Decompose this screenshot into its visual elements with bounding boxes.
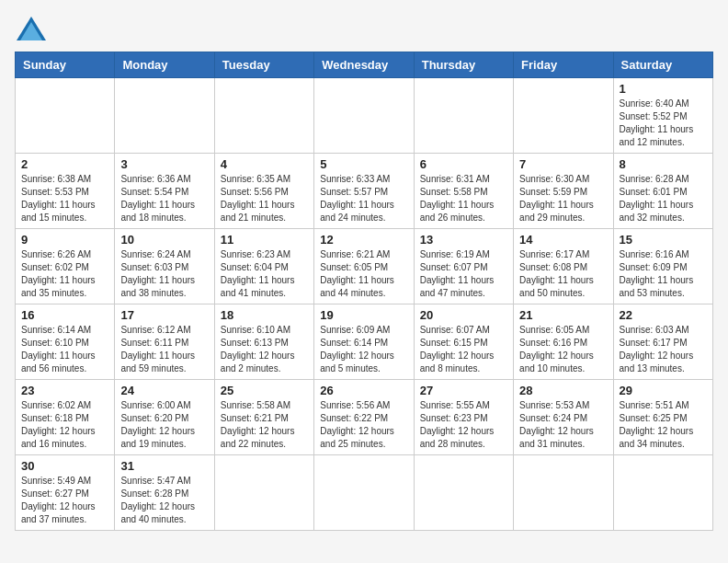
calendar-cell (314, 455, 414, 531)
calendar-cell (514, 455, 613, 531)
day-info: Sunrise: 5:55 AM Sunset: 6:23 PM Dayligh… (420, 399, 507, 451)
day-number: 22 (620, 308, 707, 322)
calendar-cell: 22Sunrise: 6:03 AM Sunset: 6:17 PM Dayli… (613, 304, 712, 380)
calendar-cell (115, 78, 214, 154)
calendar-cell: 23Sunrise: 6:02 AM Sunset: 6:18 PM Dayli… (16, 380, 115, 455)
calendar-week-4: 23Sunrise: 6:02 AM Sunset: 6:18 PM Dayli… (16, 380, 713, 455)
calendar-cell: 13Sunrise: 6:19 AM Sunset: 6:07 PM Dayli… (414, 229, 513, 304)
day-info: Sunrise: 6:05 AM Sunset: 6:16 PM Dayligh… (519, 324, 607, 375)
calendar-cell: 20Sunrise: 6:07 AM Sunset: 6:15 PM Dayli… (414, 304, 513, 380)
calendar-cell (16, 78, 115, 154)
day-number: 6 (420, 157, 507, 171)
calendar-cell (414, 455, 513, 531)
day-number: 29 (620, 384, 707, 397)
day-number: 1 (620, 82, 707, 96)
calendar-cell: 7Sunrise: 6:30 AM Sunset: 5:59 PM Daylig… (514, 154, 613, 229)
day-info: Sunrise: 6:40 AM Sunset: 5:52 PM Dayligh… (620, 98, 707, 149)
calendar-cell (214, 455, 313, 531)
day-info: Sunrise: 6:03 AM Sunset: 6:17 PM Dayligh… (620, 324, 707, 375)
calendar-cell: 18Sunrise: 6:10 AM Sunset: 6:13 PM Dayli… (214, 304, 313, 380)
day-number: 11 (221, 233, 308, 247)
calendar-cell: 19Sunrise: 6:09 AM Sunset: 6:14 PM Dayli… (314, 304, 414, 380)
calendar-week-2: 9Sunrise: 6:26 AM Sunset: 6:02 PM Daylig… (16, 229, 713, 304)
day-number: 23 (21, 384, 108, 397)
calendar-cell: 24Sunrise: 6:00 AM Sunset: 6:20 PM Dayli… (115, 380, 214, 455)
calendar-header-row: SundayMondayTuesdayWednesdayThursdayFrid… (16, 52, 713, 78)
calendar-week-3: 16Sunrise: 6:14 AM Sunset: 6:10 PM Dayli… (16, 304, 713, 380)
day-info: Sunrise: 6:00 AM Sunset: 6:20 PM Dayligh… (120, 399, 208, 451)
day-number: 7 (519, 157, 607, 171)
day-info: Sunrise: 6:35 AM Sunset: 5:56 PM Dayligh… (221, 173, 308, 224)
calendar-cell (314, 78, 414, 154)
day-number: 28 (519, 384, 607, 397)
day-number: 30 (21, 459, 108, 473)
day-number: 9 (21, 233, 108, 247)
calendar-cell: 16Sunrise: 6:14 AM Sunset: 6:10 PM Dayli… (16, 304, 115, 380)
calendar-cell: 8Sunrise: 6:28 AM Sunset: 6:01 PM Daylig… (613, 154, 712, 229)
calendar-cell: 15Sunrise: 6:16 AM Sunset: 6:09 PM Dayli… (613, 229, 712, 304)
day-number: 10 (120, 233, 208, 247)
calendar-cell: 9Sunrise: 6:26 AM Sunset: 6:02 PM Daylig… (16, 229, 115, 304)
day-info: Sunrise: 5:51 AM Sunset: 6:25 PM Dayligh… (620, 399, 707, 451)
day-header-thursday: Thursday (414, 52, 513, 78)
day-number: 3 (120, 157, 208, 171)
calendar-cell (613, 455, 712, 531)
day-header-sunday: Sunday (16, 52, 115, 78)
calendar-cell: 27Sunrise: 5:55 AM Sunset: 6:23 PM Dayli… (414, 380, 513, 455)
day-info: Sunrise: 6:14 AM Sunset: 6:10 PM Dayligh… (21, 324, 108, 375)
calendar-cell: 10Sunrise: 6:24 AM Sunset: 6:03 PM Dayli… (115, 229, 214, 304)
calendar-table: SundayMondayTuesdayWednesdayThursdayFrid… (15, 52, 713, 531)
day-number: 12 (320, 233, 407, 247)
day-number: 8 (620, 157, 707, 171)
calendar-cell: 1Sunrise: 6:40 AM Sunset: 5:52 PM Daylig… (613, 78, 712, 154)
calendar-cell: 21Sunrise: 6:05 AM Sunset: 6:16 PM Dayli… (514, 304, 613, 380)
calendar-cell (214, 78, 313, 154)
day-info: Sunrise: 6:38 AM Sunset: 5:53 PM Dayligh… (21, 173, 108, 224)
calendar-cell (414, 78, 513, 154)
day-info: Sunrise: 6:26 AM Sunset: 6:02 PM Dayligh… (21, 248, 108, 300)
day-number: 20 (420, 308, 507, 322)
day-number: 24 (120, 384, 208, 397)
calendar-cell: 25Sunrise: 5:58 AM Sunset: 6:21 PM Dayli… (214, 380, 313, 455)
calendar-cell: 3Sunrise: 6:36 AM Sunset: 5:54 PM Daylig… (115, 154, 214, 229)
day-info: Sunrise: 5:58 AM Sunset: 6:21 PM Dayligh… (221, 399, 308, 451)
day-info: Sunrise: 6:33 AM Sunset: 5:57 PM Dayligh… (320, 173, 407, 224)
calendar-week-5: 30Sunrise: 5:49 AM Sunset: 6:27 PM Dayli… (16, 455, 713, 531)
day-info: Sunrise: 6:30 AM Sunset: 5:59 PM Dayligh… (519, 173, 607, 224)
calendar-cell: 12Sunrise: 6:21 AM Sunset: 6:05 PM Dayli… (314, 229, 414, 304)
day-number: 15 (620, 233, 707, 247)
calendar-week-1: 2Sunrise: 6:38 AM Sunset: 5:53 PM Daylig… (16, 154, 713, 229)
day-info: Sunrise: 6:17 AM Sunset: 6:08 PM Dayligh… (519, 248, 607, 300)
day-info: Sunrise: 6:31 AM Sunset: 5:58 PM Dayligh… (420, 173, 507, 224)
day-number: 17 (120, 308, 208, 322)
day-header-friday: Friday (514, 52, 613, 78)
day-info: Sunrise: 6:28 AM Sunset: 6:01 PM Dayligh… (620, 173, 707, 224)
day-header-wednesday: Wednesday (314, 52, 414, 78)
day-number: 21 (519, 308, 607, 322)
calendar-cell: 28Sunrise: 5:53 AM Sunset: 6:24 PM Dayli… (514, 380, 613, 455)
day-number: 13 (420, 233, 507, 247)
calendar-cell: 14Sunrise: 6:17 AM Sunset: 6:08 PM Dayli… (514, 229, 613, 304)
calendar-cell: 30Sunrise: 5:49 AM Sunset: 6:27 PM Dayli… (16, 455, 115, 531)
day-info: Sunrise: 6:19 AM Sunset: 6:07 PM Dayligh… (420, 248, 507, 300)
day-info: Sunrise: 5:49 AM Sunset: 6:27 PM Dayligh… (21, 475, 108, 526)
day-info: Sunrise: 5:53 AM Sunset: 6:24 PM Dayligh… (519, 399, 607, 451)
day-header-saturday: Saturday (613, 52, 712, 78)
logo (15, 15, 51, 42)
day-number: 4 (221, 157, 308, 171)
calendar-cell: 31Sunrise: 5:47 AM Sunset: 6:28 PM Dayli… (115, 455, 214, 531)
day-number: 27 (420, 384, 507, 397)
calendar-cell: 6Sunrise: 6:31 AM Sunset: 5:58 PM Daylig… (414, 154, 513, 229)
calendar-cell: 17Sunrise: 6:12 AM Sunset: 6:11 PM Dayli… (115, 304, 214, 380)
day-number: 18 (221, 308, 308, 322)
calendar-cell: 5Sunrise: 6:33 AM Sunset: 5:57 PM Daylig… (314, 154, 414, 229)
day-number: 5 (320, 157, 407, 171)
day-number: 31 (120, 459, 208, 473)
page-header (15, 15, 713, 42)
calendar-week-0: 1Sunrise: 6:40 AM Sunset: 5:52 PM Daylig… (16, 78, 713, 154)
day-number: 16 (21, 308, 108, 322)
calendar-cell: 29Sunrise: 5:51 AM Sunset: 6:25 PM Dayli… (613, 380, 712, 455)
day-info: Sunrise: 6:36 AM Sunset: 5:54 PM Dayligh… (120, 173, 208, 224)
calendar-cell: 4Sunrise: 6:35 AM Sunset: 5:56 PM Daylig… (214, 154, 313, 229)
calendar-cell (514, 78, 613, 154)
